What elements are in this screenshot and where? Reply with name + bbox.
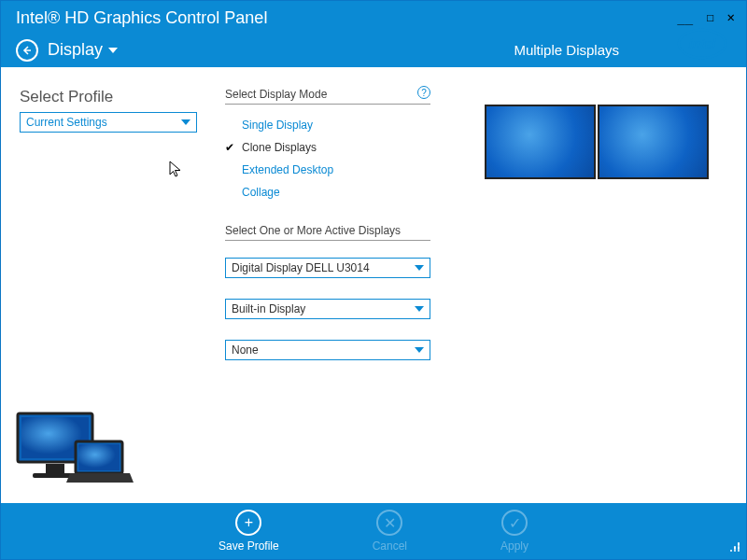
titlebar: Intel® HD Graphics Control Panel __ ☐ ✕ [1,1,746,33]
select-value: None [232,343,259,357]
active-display-select-1[interactable]: Digital Display DELL U3014 [225,258,430,278]
subheader: Display Multiple Displays [1,33,746,67]
help-icon[interactable]: ? [417,86,430,99]
display-mode-option[interactable]: Single Display [225,114,430,136]
check-icon: ✓ [501,510,528,536]
active-display-select-2[interactable]: Built-in Display [225,299,430,319]
section-name: Display [48,40,103,60]
svg-point-9 [738,547,740,549]
select-value: Built-in Display [232,302,305,315]
intel-logo: intel [677,27,727,64]
svg-point-8 [738,543,740,545]
active-displays-label: Select One or More Active Displays [225,224,430,241]
svg-rect-7 [78,444,120,470]
plus-icon: + [235,510,261,536]
svg-text:intel: intel [689,36,717,51]
chevron-down-icon [415,306,424,312]
active-display-select-3[interactable]: None [225,340,430,360]
preview-monitor-2 [598,105,709,179]
minimize-button[interactable]: __ [675,9,695,24]
close-button[interactable]: ✕ [726,9,737,24]
apply-button[interactable]: ✓ Apply [500,510,529,553]
page-title: Multiple Displays [514,42,619,58]
svg-point-10 [734,547,736,549]
maximize-button[interactable]: ☐ [704,9,715,24]
resize-grip-icon [729,539,740,555]
display-mode-option[interactable]: Clone Displays [225,136,430,159]
svg-rect-4 [46,464,64,473]
save-profile-button[interactable]: + Save Profile [218,510,279,553]
svg-point-13 [730,550,732,552]
content-area: Select Profile Current Settings Select D… [1,67,746,503]
display-mode-label: Select Display Mode ? [225,88,430,105]
section-dropdown[interactable]: Display [48,40,118,60]
chevron-down-icon [181,119,190,125]
settings-column: Select Display Mode ? Single DisplayClon… [225,88,430,360]
chevron-down-icon [415,265,424,271]
close-icon: ✕ [376,510,402,536]
preview-monitor-1 [485,105,596,179]
display-mode-option[interactable]: Collage [225,181,430,203]
svg-point-11 [738,550,740,552]
display-preview [485,105,709,179]
back-button[interactable] [16,39,38,62]
chevron-down-icon [415,347,424,353]
svg-point-12 [734,550,736,552]
window: Intel® HD Graphics Control Panel __ ☐ ✕ … [0,0,747,560]
profile-selected-value: Current Settings [26,116,107,129]
arrow-left-icon [21,45,33,56]
display-mode-option[interactable]: Extended Desktop [225,159,430,181]
cancel-button[interactable]: ✕ Cancel [373,510,407,553]
profile-select[interactable]: Current Settings [20,112,197,133]
devices-illustration [14,408,135,496]
chevron-down-icon [108,48,118,53]
app-title: Intel® HD Graphics Control Panel [16,7,666,28]
profile-label: Select Profile [20,88,113,106]
bottom-bar: + Save Profile ✕ Cancel ✓ Apply [1,503,746,559]
select-value: Digital Display DELL U3014 [232,261,370,274]
cursor-icon [169,161,184,183]
